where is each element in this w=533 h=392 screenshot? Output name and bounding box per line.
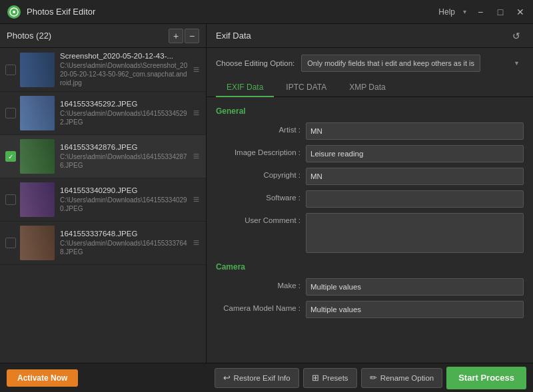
- make-label: Make :: [216, 278, 306, 290]
- tab-iptc-data[interactable]: IPTC DATA: [275, 79, 337, 97]
- photos-count: Photos (22): [7, 31, 51, 41]
- minimize-button[interactable]: −: [474, 7, 486, 17]
- photo-path: C:\Users\admin\Downloads\1641553342876.J…: [60, 152, 189, 170]
- exif-data-title: Exif Data: [216, 31, 251, 41]
- photo-list: Screenshot_2020-05-20-12-43-...C:\Users\…: [0, 48, 206, 363]
- close-button[interactable]: ✕: [514, 7, 526, 17]
- photo-thumbnail: [20, 53, 55, 87]
- camera-model-input[interactable]: [306, 301, 524, 318]
- remove-photo-button[interactable]: −: [185, 29, 199, 43]
- photo-item[interactable]: 1641553337648.JPEGC:\Users\admin\Downloa…: [0, 222, 206, 265]
- photo-path: C:\Users\admin\Downloads\1641553337648.J…: [60, 239, 189, 256]
- restore-exif-button[interactable]: ↩ Restore Exif Info: [215, 368, 299, 388]
- photo-thumbnail: [20, 139, 55, 174]
- photo-info: Screenshot_2020-05-20-12-43-...C:\Users\…: [60, 52, 189, 87]
- photo-info: 1641553342876.JPEGC:\Users\admin\Downloa…: [60, 143, 189, 170]
- artist-label: Artist :: [216, 122, 306, 134]
- copyright-input[interactable]: [306, 168, 524, 185]
- photo-info: 1641553340290.JPEGC:\Users\admin\Downloa…: [60, 186, 189, 213]
- photo-menu-icon[interactable]: ≡: [192, 149, 201, 164]
- field-row-artist: Artist :: [216, 122, 524, 140]
- copyright-label: Copyright :: [216, 168, 306, 179]
- photo-info: 1641553337648.JPEGC:\Users\admin\Downloa…: [60, 230, 189, 256]
- photo-item[interactable]: 1641553340290.JPEGC:\Users\admin\Downloa…: [0, 178, 206, 222]
- svg-point-2: [13, 11, 15, 13]
- editing-option-label: Choose Editing Option:: [216, 59, 294, 67]
- field-row-software: Software :: [216, 190, 524, 208]
- photo-menu-icon[interactable]: ≡: [192, 106, 201, 120]
- rename-option-button[interactable]: ✏ Rename Option: [361, 368, 443, 388]
- photos-header: Photos (22) + −: [0, 24, 206, 48]
- editing-option-select[interactable]: Only modify fields that i edit and keep …: [301, 55, 480, 72]
- software-label: Software :: [216, 190, 306, 202]
- photo-thumbnail: [20, 182, 55, 217]
- image-description-input[interactable]: [306, 145, 524, 162]
- photo-menu-icon[interactable]: ≡: [192, 236, 201, 250]
- start-process-button[interactable]: Start Process: [446, 367, 526, 389]
- editing-option-wrapper: Only modify fields that i edit and keep …: [301, 55, 524, 72]
- photo-thumbnail: [20, 96, 55, 130]
- presets-icon: ⊞: [312, 373, 319, 383]
- refresh-button[interactable]: ↺: [509, 29, 524, 43]
- photo-menu-icon[interactable]: ≡: [192, 192, 201, 207]
- titlebar: Photos Exif Editor Help ▾ − □ ✕: [0, 0, 533, 24]
- editing-option-bar: Choose Editing Option: Only modify field…: [207, 48, 533, 79]
- field-row-camera-model: Camera Model Name :: [216, 301, 524, 318]
- photo-menu-icon[interactable]: ≡: [192, 63, 201, 77]
- field-row-user-comment: User Comment :: [216, 213, 524, 253]
- user-comment-label: User Comment :: [216, 213, 306, 224]
- photo-info: 1641553345292.JPEGC:\Users\admin\Downloa…: [60, 100, 189, 126]
- photo-path: C:\Users\admin\Downloads\Screenshot_2020…: [60, 61, 189, 87]
- camera-section-title: Camera: [216, 262, 524, 272]
- presets-label: Presets: [322, 374, 348, 382]
- rename-icon: ✏: [370, 373, 377, 383]
- right-panel: Exif Data ↺ Choose Editing Option: Only …: [207, 24, 533, 363]
- photo-checkbox[interactable]: [5, 194, 16, 205]
- restore-label: Restore Exif Info: [234, 374, 290, 382]
- general-section-title: General: [216, 106, 524, 116]
- presets-button[interactable]: ⊞ Presets: [303, 368, 357, 388]
- photo-list-controls: + −: [169, 29, 199, 43]
- photo-item[interactable]: 1641553342876.JPEGC:\Users\admin\Downloa…: [0, 135, 206, 178]
- user-comment-input[interactable]: [306, 213, 524, 253]
- help-chevron: ▾: [463, 8, 466, 15]
- photo-item[interactable]: 1641553345292.JPEGC:\Users\admin\Downloa…: [0, 92, 206, 135]
- help-menu[interactable]: Help: [438, 7, 455, 17]
- field-row-copyright: Copyright :: [216, 168, 524, 185]
- photo-path: C:\Users\admin\Downloads\1641553340290.J…: [60, 196, 189, 213]
- photo-checkbox[interactable]: [5, 151, 16, 162]
- app-logo: [7, 5, 21, 19]
- exif-tabs: EXIF DataIPTC DATAXMP Data: [207, 79, 533, 97]
- artist-input[interactable]: [306, 122, 524, 140]
- photo-name: 1641553340290.JPEG: [60, 186, 189, 194]
- add-photo-button[interactable]: +: [169, 29, 183, 43]
- activate-button[interactable]: Activate Now: [7, 369, 78, 387]
- photo-path: C:\Users\admin\Downloads\1641553345292.J…: [60, 109, 189, 126]
- make-input[interactable]: [306, 278, 524, 295]
- photo-checkbox[interactable]: [5, 108, 16, 118]
- rename-label: Rename Option: [380, 374, 434, 382]
- photo-checkbox[interactable]: [5, 65, 16, 75]
- tab-xmp-data[interactable]: XMP Data: [338, 79, 396, 97]
- maximize-button[interactable]: □: [494, 7, 506, 17]
- camera-model-label: Camera Model Name :: [216, 301, 306, 312]
- photo-item[interactable]: Screenshot_2020-05-20-12-43-...C:\Users\…: [0, 48, 206, 92]
- photo-thumbnail: [20, 226, 55, 260]
- software-input[interactable]: [306, 190, 524, 208]
- image-description-label: Image Description :: [216, 145, 306, 156]
- exif-data-header: Exif Data ↺: [207, 24, 533, 48]
- window-controls: Help ▾ − □ ✕: [438, 7, 526, 17]
- field-row-image-description: Image Description :: [216, 145, 524, 162]
- left-panel: Photos (22) + − Screenshot_2020-05-20-12…: [0, 24, 207, 363]
- photo-name: Screenshot_2020-05-20-12-43-...: [60, 52, 189, 60]
- photo-name: 1641553342876.JPEG: [60, 143, 189, 151]
- exif-content: General Artist : Image Description : Cop…: [207, 97, 533, 363]
- restore-icon: ↩: [223, 373, 231, 383]
- photo-checkbox[interactable]: [5, 238, 16, 248]
- main-layout: Photos (22) + − Screenshot_2020-05-20-12…: [0, 24, 533, 363]
- photo-name: 1641553345292.JPEG: [60, 100, 189, 108]
- app-title: Photos Exif Editor: [27, 7, 438, 17]
- photo-name: 1641553337648.JPEG: [60, 230, 189, 238]
- tab-exif-data[interactable]: EXIF Data: [216, 79, 274, 97]
- field-row-make: Make :: [216, 278, 524, 295]
